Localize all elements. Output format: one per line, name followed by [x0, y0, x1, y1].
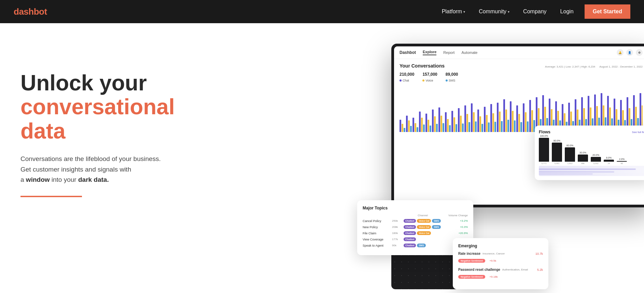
volume-header: Volume Change [448, 214, 468, 217]
bar-chat [400, 120, 401, 132]
user-icon[interactable]: 👤 [626, 49, 633, 56]
screen-nav-automate[interactable]: Automate [461, 50, 477, 55]
topic-tags: Chatbot Voice Cal SMS [404, 225, 453, 229]
negative-sentiment-tag: Negative Sentiment [458, 259, 485, 263]
chatbot-tag: Chatbot [404, 244, 416, 247]
screen-logo: Dashbot [400, 50, 416, 55]
emerging-sub: Insurance, Cancer [482, 252, 505, 255]
flow-num: 3,032 [593, 162, 598, 164]
bar-chat [490, 104, 492, 132]
hero-accent-line [20, 196, 82, 197]
chart-bar-group [464, 105, 470, 132]
nav-logo[interactable]: dashbot [14, 6, 47, 17]
chatbot-tag: Chatbot [404, 225, 416, 229]
chart-bar-group [503, 99, 509, 132]
conversations-stats: 210,000 Chat 157,000 Voice 89,000 SMS [400, 72, 643, 83]
bar-sms [507, 120, 509, 132]
stat-chat-number: 210,000 [400, 72, 414, 77]
bar-sms [410, 126, 412, 132]
bar-chat [425, 114, 427, 132]
bar-sms [475, 121, 477, 132]
topic-row-coverage: View Coverage 177k Chatbot -1.0% [363, 237, 468, 241]
bar-sms [468, 122, 470, 132]
bar-voice [531, 110, 533, 132]
voice-tag: Voice Cal [417, 225, 431, 229]
bar-voice [466, 114, 468, 132]
chart-bar-group [529, 100, 535, 132]
stat-sms: 89,000 SMS [446, 72, 458, 83]
flow-pct: 20.0% [592, 154, 599, 156]
topic-change: +3.2% [456, 219, 468, 222]
topic-count: 250k [392, 219, 402, 222]
topic-change: +20.9% [456, 232, 468, 235]
chat-dot [400, 79, 402, 82]
flow-bar [578, 155, 588, 162]
bar-sms [417, 127, 418, 132]
bar-sms [423, 124, 425, 132]
emerging-card: Emerging Rate increase Insurance, Cancer… [453, 238, 548, 289]
emerging-title-row: Password reset challenge Authentication,… [458, 268, 543, 272]
flows-bar-chart: 100.0% 3,771 80.0% 3,001 60.0% 1,812 30.… [539, 137, 644, 164]
notif-icon[interactable]: 🔔 [617, 49, 624, 56]
hero-subtext: Conversations are the lifeblood of your … [20, 154, 198, 185]
flow-bar [604, 160, 614, 162]
see-full-flow-link[interactable]: See full flow [632, 131, 644, 134]
chatbot-tag: Chatbot [404, 219, 416, 223]
chart-bar-group [432, 109, 438, 132]
bar-chat [529, 100, 531, 132]
chart-bar-group [490, 104, 496, 132]
voice-tag: Voice Cal [417, 219, 431, 223]
bar-sms [436, 124, 438, 132]
nav-platform[interactable]: Platform ▾ [436, 6, 471, 17]
flows-card: Flows See full flow 100.0% 3,771 80.0% 3… [535, 126, 644, 180]
nav-company[interactable]: Company [518, 6, 552, 17]
emerging-title-row: Rate increase Insurance, Cancer 10.7k [458, 252, 543, 255]
get-started-button[interactable]: Get Started [585, 4, 630, 19]
settings-icon[interactable]: ⚙ [636, 49, 643, 56]
flow-pct: 2.0% [619, 158, 625, 160]
screen-nav-explore[interactable]: Explore [423, 50, 436, 55]
hero-visuals: Dashbot Explore Report Automate 🔔 👤 ⚙ Yo… [357, 44, 644, 289]
bar-sms [501, 121, 503, 132]
topics-card-title: Major Topics [363, 206, 468, 210]
topic-tags: Chatbot Voice Cal SMS [404, 219, 453, 223]
topic-count: 177k [392, 238, 402, 241]
bar-voice [473, 112, 475, 132]
topic-name: File Claim [363, 232, 390, 235]
stat-chat: 210,000 Chat [400, 72, 414, 83]
flow-num: 96k [581, 162, 585, 164]
sms-tag: SMS [432, 225, 440, 229]
bar-sms [488, 122, 490, 132]
topic-tags: Chatbot SMS [404, 244, 453, 247]
bar-sms [514, 120, 516, 132]
bar-sms [481, 124, 483, 132]
conversations-meta: Average: 3,421 | Low: 2,347 | High: 6,23… [545, 65, 643, 68]
chart-bar-group [497, 103, 503, 132]
topic-tags: Chatbot [404, 237, 453, 241]
sankey-line-2 [539, 171, 614, 173]
navbar: dashbot Platform ▾ Community ▾ Company L… [0, 0, 644, 23]
emerging-item-rate: Rate increase Insurance, Cancer 10.7k Ne… [458, 252, 543, 263]
flow-bar-col: 2.0% 60 [617, 158, 627, 164]
bar-sms [449, 125, 451, 132]
bar-chat [451, 111, 453, 132]
nav-community[interactable]: Community ▾ [473, 6, 515, 17]
topic-row-cancel: Cancel Policy 250k Chatbot Voice Cal SMS… [363, 219, 468, 223]
stat-sms-number: 89,000 [446, 72, 458, 77]
screen-nav-report[interactable]: Report [443, 50, 454, 55]
flow-num: 3,771 [541, 162, 546, 164]
flow-bar-col: 20.0% 3,032 [591, 154, 601, 164]
bar-voice [505, 109, 507, 132]
bar-chat [419, 112, 421, 132]
flow-pct: 100.0% [540, 135, 548, 137]
bar-sms [443, 123, 444, 132]
chatbot-tag: Chatbot [404, 237, 416, 241]
nav-login[interactable]: Login [555, 6, 579, 17]
bar-voice [492, 113, 494, 132]
bar-chat [516, 105, 518, 132]
sms-tag: SMS [432, 219, 440, 223]
topic-row-file: File Claim 180k Chatbot Voice Cal +20.9% [363, 231, 468, 235]
password-change: +9.18k [489, 275, 498, 278]
bar-chat [432, 109, 434, 132]
chart-bar-group [523, 103, 529, 132]
